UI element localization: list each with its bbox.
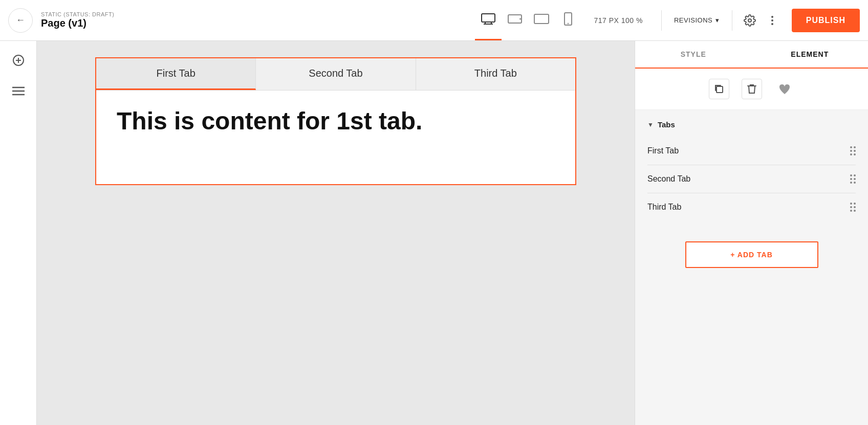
copy-element-button[interactable] [709,79,729,99]
svg-rect-0 [482,14,495,22]
section-title: Tabs [658,120,675,129]
revisions-label: REVISIONS [674,16,712,24]
menu-icon[interactable] [9,82,28,100]
back-icon: ← [16,15,25,26]
svg-rect-6 [534,14,549,24]
second-tab-label: Second Tab [647,174,690,184]
delete-element-button[interactable] [742,79,762,99]
svg-point-8 [568,23,569,24]
tab-element[interactable]: ELEMENT [752,41,869,69]
third-tab-label: Third Tab [647,203,681,212]
tab-style[interactable]: STYLE [635,41,752,68]
revisions-button[interactable]: REVISIONS ▾ [668,16,726,24]
second-tab-drag-handle[interactable] [850,174,856,184]
tab-content-text: This is content for 1st tab. [117,107,555,135]
tab-content: This is content for 1st tab. [96,91,575,151]
device-tablet-h-button[interactable] [502,0,528,40]
svg-point-5 [519,18,521,20]
panel-item-second-tab: Second Tab [647,165,856,193]
tab-headers: First Tab Second Tab Third Tab [96,58,575,91]
toolbar-divider [661,10,662,31]
more-options-icon[interactable] [761,9,784,32]
tabs-widget[interactable]: tabs First Tab Second Tab Third Tab This… [95,57,576,185]
toolbar: ← STATIC (STATUS: DRAFT) Page (v1) 717 P… [0,0,868,41]
add-tab-button[interactable]: + ADD TAB [685,241,818,268]
publish-button[interactable]: PUBLISH [792,9,860,32]
first-tab-drag-handle[interactable] [850,146,856,155]
canvas-area: tabs First Tab Second Tab Third Tab This… [37,41,635,425]
page-title: Page (v1) [41,17,114,29]
panel-actions [635,69,868,110]
tab-header-third[interactable]: Third Tab [416,58,575,90]
settings-icon[interactable] [739,9,761,32]
page-status: STATIC (STATUS: DRAFT) [41,11,114,17]
main-area: tabs First Tab Second Tab Third Tab This… [0,41,868,425]
panel-tabs: STYLE ELEMENT [635,41,868,69]
favorite-button[interactable] [774,79,795,99]
device-switcher [475,0,581,41]
right-panel: STYLE ELEMENT ▼ Tabs First Tab [635,41,868,425]
device-mobile-button[interactable] [555,0,581,40]
revisions-chevron-icon: ▾ [715,16,720,24]
back-button[interactable]: ← [8,8,33,33]
left-sidebar [0,41,37,425]
panel-item-first-tab: First Tab [647,137,856,165]
device-widescreen-button[interactable] [528,0,555,40]
panel-section-header: ▼ Tabs [647,120,856,129]
panel-section-tabs: ▼ Tabs First Tab Second Tab [635,110,868,231]
tab-header-first[interactable]: First Tab [96,58,256,90]
size-display: 717 PX 100 % [581,16,655,25]
section-chevron-icon: ▼ [647,121,654,128]
first-tab-label: First Tab [647,146,679,155]
svg-rect-15 [717,86,723,93]
device-desktop-button[interactable] [475,0,502,40]
page-info: STATIC (STATUS: DRAFT) Page (v1) [41,11,114,29]
tab-header-second[interactable]: Second Tab [256,58,416,90]
toolbar-divider2 [732,10,732,31]
panel-item-third-tab: Third Tab [647,193,856,221]
third-tab-drag-handle[interactable] [850,203,856,212]
add-element-icon[interactable] [9,51,28,70]
